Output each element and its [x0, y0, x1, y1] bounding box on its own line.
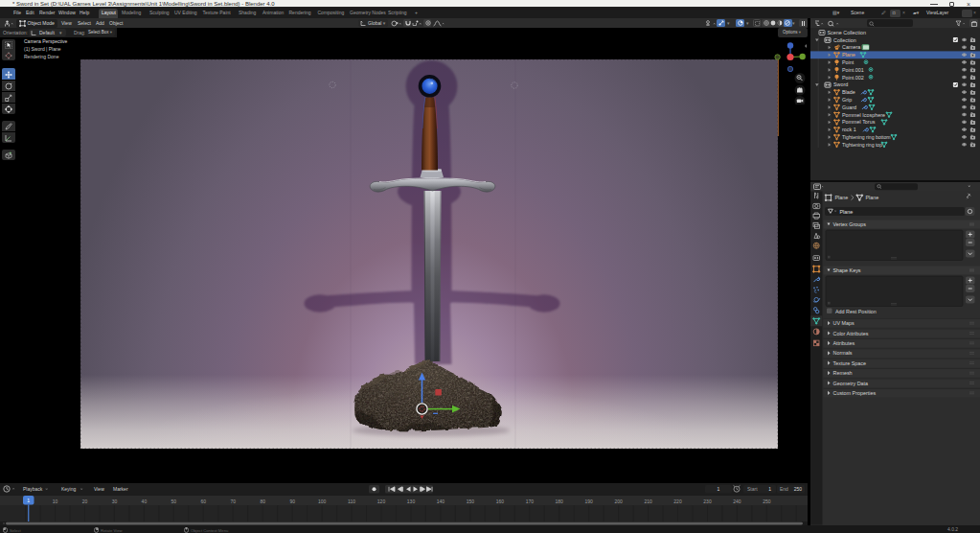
svg-text:Plane: Plane	[866, 195, 879, 200]
svg-text:Object Context Menu: Object Context Menu	[191, 527, 229, 532]
svg-text:Playback: Playback	[23, 486, 43, 492]
svg-text:Point.001: Point.001	[842, 67, 864, 73]
svg-text:Custom Properties: Custom Properties	[833, 390, 877, 396]
svg-text:70: 70	[230, 498, 236, 503]
svg-text:1: 1	[718, 486, 720, 492]
svg-text:150: 150	[467, 498, 475, 503]
svg-text:Attributes: Attributes	[833, 340, 855, 346]
svg-text:Vertex Groups: Vertex Groups	[833, 221, 867, 227]
svg-text:Texture Space: Texture Space	[833, 360, 866, 366]
svg-text:Add Rest Position: Add Rest Position	[835, 309, 877, 314]
svg-text:Blade: Blade	[842, 89, 855, 95]
svg-text:40: 40	[142, 498, 148, 503]
svg-text:1: 1	[768, 486, 771, 492]
svg-text:90: 90	[289, 498, 295, 503]
svg-text:Pommel Torus: Pommel Torus	[842, 119, 876, 125]
svg-text:Start: Start	[747, 486, 758, 492]
svg-text:rock 1: rock 1	[842, 127, 856, 132]
svg-text:250: 250	[763, 498, 771, 503]
svg-text:80: 80	[260, 498, 265, 503]
svg-text:240: 240	[733, 498, 741, 503]
svg-text:180: 180	[556, 498, 564, 503]
svg-text:Remesh: Remesh	[833, 370, 853, 376]
svg-text:End: End	[780, 486, 788, 492]
svg-text:View: View	[94, 486, 104, 492]
svg-text:Pommel Icosphere: Pommel Icosphere	[842, 112, 885, 118]
svg-text:30: 30	[112, 498, 118, 503]
svg-text:Plane: Plane	[842, 52, 855, 58]
svg-text:Select: Select	[10, 527, 21, 532]
svg-text:UV Maps: UV Maps	[833, 320, 855, 326]
svg-text:Keying: Keying	[61, 486, 77, 492]
svg-text:220: 220	[673, 498, 682, 503]
svg-text:Tightening ring bottom: Tightening ring bottom	[842, 134, 891, 140]
svg-text:Plane: Plane	[835, 195, 849, 200]
svg-text:10: 10	[53, 498, 58, 503]
svg-text:250: 250	[794, 486, 803, 492]
svg-text:Camera: Camera	[842, 44, 860, 50]
svg-text:Tightening ring top: Tightening ring top	[842, 142, 882, 148]
svg-text:110: 110	[348, 498, 355, 503]
svg-text:Guard: Guard	[842, 104, 856, 110]
svg-text:50: 50	[171, 498, 177, 503]
svg-text:170: 170	[526, 498, 535, 503]
svg-text:130: 130	[407, 498, 416, 503]
svg-text:120: 120	[377, 498, 386, 503]
svg-text:Color Attributes: Color Attributes	[833, 331, 869, 336]
svg-text:230: 230	[703, 498, 712, 503]
svg-text:Point: Point	[842, 59, 855, 65]
svg-text:Grip: Grip	[842, 97, 852, 103]
svg-text:200: 200	[614, 498, 623, 503]
svg-text:20: 20	[82, 498, 88, 503]
svg-text:Plane: Plane	[840, 209, 854, 215]
svg-text:Shape Keys: Shape Keys	[833, 267, 861, 273]
svg-text:1: 1	[27, 498, 30, 503]
svg-text:210: 210	[644, 498, 652, 503]
svg-text:60: 60	[201, 498, 207, 503]
svg-text:Rotate View: Rotate View	[101, 527, 123, 532]
svg-text:160: 160	[496, 498, 505, 503]
svg-text:100: 100	[318, 498, 327, 503]
svg-text:Geometry Data: Geometry Data	[833, 381, 869, 386]
svg-text:Collection: Collection	[833, 37, 856, 43]
svg-text:Marker: Marker	[113, 486, 128, 492]
svg-text:Normals: Normals	[833, 350, 853, 356]
svg-text:Scene Collection: Scene Collection	[828, 30, 866, 35]
svg-text:Sword: Sword	[833, 81, 848, 87]
svg-text:140: 140	[437, 498, 445, 503]
svg-text:Point.002: Point.002	[842, 75, 864, 81]
svg-text:190: 190	[585, 498, 594, 503]
